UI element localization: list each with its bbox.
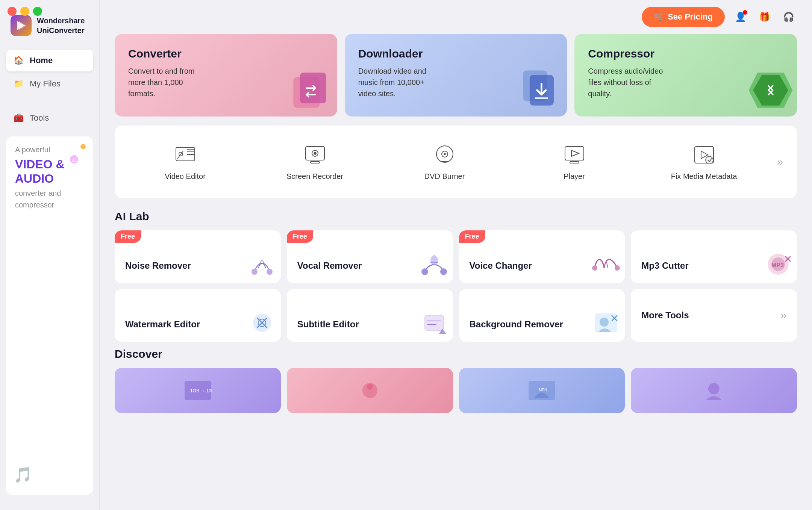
converter-img [285,64,337,117]
svg-rect-35 [425,315,444,330]
sidebar-banner: A powerful VIDEO & AUDIO converter and c… [6,136,93,495]
sidebar-divider [14,101,86,101]
sidebar-item-home-label: Home [30,56,53,65]
downloader-img [514,64,567,117]
window-controls [8,7,42,16]
maximize-button[interactable] [33,7,42,16]
discover-card-2-img [287,368,453,413]
topbar: 🛒 See Pricing 👤 🎁 🎧 [100,0,812,34]
svg-marker-1 [19,21,26,30]
see-pricing-button[interactable]: 🛒 See Pricing [642,7,725,27]
banner-dot-orange [80,144,86,149]
home-icon: 🏠 [14,56,24,65]
discover-grid: 1GB → 100MB MPN [115,368,797,413]
tool-video-editor[interactable]: Video Editor [122,137,248,187]
banner-music-icon: 🎵 [14,466,32,484]
gift-icon: 🎁 [759,12,770,22]
discover-title: Discover [115,348,797,360]
tool-fix-media-metadata[interactable]: Fix Media Metadata [641,137,767,187]
app-logo-text: Wondershare UniConverter [37,16,85,35]
svg-point-22 [706,156,713,164]
ai-lab-title: AI Lab [115,210,797,223]
svg-point-37 [600,318,609,327]
downloader-desc: Download video and music from 10,000+ vi… [358,65,441,99]
svg-rect-19 [570,162,579,163]
discover-card-1-img: 1GB → 100MB [115,368,281,413]
subtitle-editor-img [419,308,449,338]
headset-icon: 🎧 [783,12,794,22]
more-tools-arrow: » [780,309,786,321]
svg-rect-17 [565,147,584,160]
sidebar-item-myfiles[interactable]: 📁 My Files [6,73,93,95]
tool-player[interactable]: Player [511,137,637,187]
noise-remover-free-badge: Free [115,230,141,243]
svg-text:MPN: MPN [539,388,547,392]
svg-text:1GB → 100MB: 1GB → 100MB [190,388,213,393]
voice-changer-free-badge: Free [459,230,485,243]
ai-card-vocal-remover[interactable]: Free Vocal Remover [287,230,453,283]
minimize-button[interactable] [20,7,29,16]
compressor-card[interactable]: Compressor Compress audio/video files wi… [574,34,797,117]
ai-card-voice-changer[interactable]: Free Voice Changer [459,230,625,283]
headset-icon-button[interactable]: 🎧 [780,9,797,25]
converter-card[interactable]: Converter Convert to and from more than … [115,34,337,117]
discover-card-4-img [631,368,797,413]
hero-cards: Converter Convert to and from more than … [115,34,797,117]
ai-card-background-remover[interactable]: Background Remover [459,289,625,342]
video-editor-icon [173,143,197,167]
svg-point-24 [267,269,273,275]
player-icon [562,143,586,167]
close-button[interactable] [8,7,17,16]
discover-card-2[interactable] [287,368,453,413]
ai-card-subtitle-editor[interactable]: Subtitle Editor [287,289,453,342]
svg-point-25 [421,268,428,275]
svg-marker-18 [571,150,579,156]
pricing-button-label: See Pricing [668,12,713,22]
content-area: Converter Convert to and from more than … [100,34,812,510]
compressor-title: Compressor [588,47,783,60]
ai-card-mp3-cutter[interactable]: Mp3 Cutter MP3 [631,230,797,283]
tool-screen-recorder[interactable]: Screen Recorder [252,137,378,187]
more-tools-title: More Tools [641,310,689,321]
vocal-remover-free-badge: Free [287,230,313,243]
svg-text:MP3: MP3 [771,262,784,268]
sidebar-item-home[interactable]: 🏠 Home [6,50,93,71]
tools-icon: 🧰 [14,113,24,123]
compressor-desc: Compress audio/video files without loss … [588,65,671,99]
tool-dvd-burner[interactable]: DVD Burner [382,137,508,187]
sidebar: Wondershare UniConverter 🏠 Home 📁 My Fil… [0,0,100,510]
ai-lab-row1: Free Noise Remover Free Vocal Remover Fr… [115,230,797,283]
video-editor-label: Video Editor [165,172,206,181]
ai-card-watermark-editor[interactable]: Watermark Editor [115,289,281,342]
svg-point-26 [440,268,447,275]
discover-card-1[interactable]: 1GB → 100MB [115,368,281,413]
screen-recorder-icon [303,143,327,167]
watermark-editor-img [247,308,277,338]
user-icon-button[interactable]: 👤 [732,9,749,25]
sidebar-item-tools-label: Tools [30,113,49,123]
downloader-card[interactable]: Downloader Download video and music from… [345,34,567,117]
tools-more-arrow[interactable]: » [771,153,789,171]
compressor-img [744,64,797,117]
fix-media-metadata-icon [692,143,716,167]
svg-point-16 [444,153,445,155]
svg-point-46 [708,383,720,394]
dvd-burner-label: DVD Burner [424,172,465,181]
sidebar-item-myfiles-label: My Files [30,79,61,89]
banner-line1: A powerful [15,145,84,154]
discover-card-4[interactable] [631,368,797,413]
screen-recorder-label: Screen Recorder [286,172,343,181]
fix-media-metadata-label: Fix Media Metadata [671,172,737,181]
converter-desc: Convert to and from more than 1,000 form… [128,65,211,99]
sidebar-item-tools[interactable]: 🧰 Tools [6,107,93,129]
tools-row: Video Editor Screen Recorder DVD Burner … [115,126,797,198]
cart-icon: 🛒 [654,12,664,22]
svg-point-28 [592,265,597,271]
gift-icon-button[interactable]: 🎁 [756,9,773,25]
discover-card-3[interactable]: MPN [459,368,625,413]
player-label: Player [564,172,585,181]
more-tools-card[interactable]: More Tools » [631,289,797,342]
background-remover-img [591,308,621,338]
app-logo-icon [11,15,32,36]
ai-card-noise-remover[interactable]: Free Noise Remover [115,230,281,283]
